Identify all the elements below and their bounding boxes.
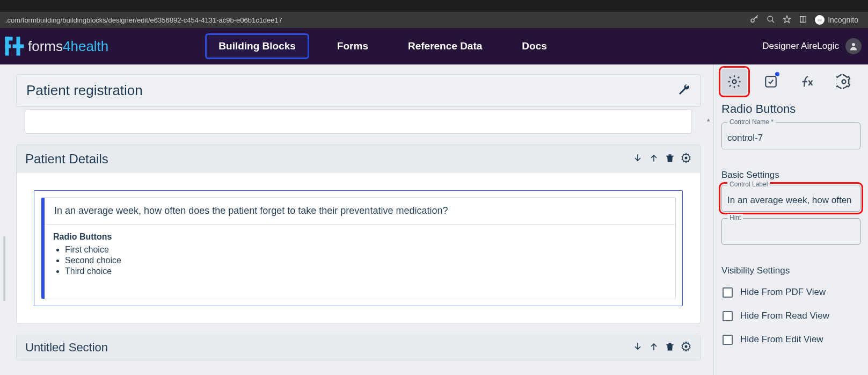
avatar[interactable] <box>845 38 862 54</box>
tab-settings[interactable] <box>721 69 747 95</box>
canvas-column: Patient registration ▴ Patient Details <box>0 64 713 375</box>
delete-icon[interactable] <box>665 341 675 354</box>
panel-heading: Radio Buttons <box>721 102 860 116</box>
logo-text: forms4health <box>28 38 108 55</box>
move-down-icon[interactable] <box>632 153 643 165</box>
browser-toolbar-icons: Incognito <box>749 15 863 26</box>
nav-reference-data[interactable]: Reference Data <box>396 35 494 57</box>
move-down-icon[interactable] <box>632 341 643 354</box>
svg-point-13 <box>685 157 688 160</box>
zoom-icon[interactable] <box>767 15 775 25</box>
section-card-patient-details: Patient Details In an average week, how … <box>16 145 701 324</box>
panel-control-name-section: Radio Buttons Control Name * <box>714 97 868 159</box>
svg-point-6 <box>820 19 822 21</box>
extensions-icon[interactable] <box>799 15 807 25</box>
browser-url: .com/formbuilding/buildingblocks/designe… <box>5 16 749 24</box>
hide-edit-label: Hide From Edit View <box>740 334 823 345</box>
tab-badge-dot <box>775 72 779 76</box>
next-section-header[interactable]: Untitled Section <box>17 335 700 360</box>
field-choice-item: First choice <box>65 245 667 255</box>
field-question-label: In an average week, how often does the p… <box>45 198 675 225</box>
hide-read-label: Hide From Read View <box>740 311 829 321</box>
svg-point-5 <box>818 19 820 21</box>
user-name: Designer AireLogic <box>762 41 839 52</box>
field-choice-item: Second choice <box>65 256 667 265</box>
panel-basic-settings: Basic Settings Control Label Hint <box>714 159 868 255</box>
next-section-title: Untitled Section <box>25 341 108 355</box>
hint-input[interactable] <box>727 228 855 239</box>
control-label-field-group: Control Label <box>721 185 860 212</box>
nav-forms[interactable]: Forms <box>325 35 380 57</box>
field-choice-item: Third choice <box>65 266 667 276</box>
svg-point-14 <box>685 345 688 348</box>
hide-pdf-label: Hide From PDF View <box>740 287 826 298</box>
app-logo[interactable]: forms4health <box>3 35 108 57</box>
checkbox[interactable] <box>723 287 733 298</box>
app-header: forms4health Building Blocks Forms Refer… <box>0 28 868 64</box>
svg-rect-16 <box>765 76 776 87</box>
control-name-input[interactable] <box>727 133 855 143</box>
user-area[interactable]: Designer AireLogic <box>762 38 862 54</box>
star-icon[interactable] <box>783 15 791 25</box>
svg-point-12 <box>852 43 855 46</box>
scroll-up-caret-icon[interactable]: ▴ <box>707 116 710 123</box>
wrench-icon[interactable] <box>677 83 690 98</box>
svg-point-17 <box>842 80 846 84</box>
field-choice-list: First choice Second choice Third choice <box>65 245 667 276</box>
basic-settings-heading: Basic Settings <box>721 170 860 181</box>
page-title: Patient registration <box>26 82 143 99</box>
selected-field-frame[interactable]: In an average week, how often does the p… <box>34 190 683 306</box>
svg-point-15 <box>733 80 736 84</box>
move-up-icon[interactable] <box>648 153 659 165</box>
control-label-input[interactable] <box>727 195 855 206</box>
settings-icon[interactable] <box>681 153 691 165</box>
incognito-label: Incognito <box>828 16 858 24</box>
browser-empty-bar <box>0 0 868 12</box>
svg-point-1 <box>768 16 772 21</box>
hide-read-row[interactable]: Hide From Read View <box>721 304 860 328</box>
control-name-field-group: Control Name * <box>721 122 860 149</box>
hint-label: Hint <box>727 214 743 221</box>
tab-fx[interactable] <box>794 69 820 95</box>
properties-tabs <box>714 64 868 97</box>
main-nav: Building Blocks Forms Reference Data Doc… <box>205 33 558 59</box>
incognito-icon <box>815 15 825 25</box>
settings-icon[interactable] <box>681 341 691 354</box>
hide-edit-row[interactable]: Hide From Edit View <box>721 328 860 351</box>
tab-validation[interactable] <box>758 69 784 95</box>
browser-address-bar: .com/formbuilding/buildingblocks/designe… <box>0 12 868 28</box>
field-preview-body: Radio Buttons First choice Second choice… <box>45 225 675 276</box>
move-up-icon[interactable] <box>648 341 659 354</box>
key-icon[interactable] <box>749 15 759 26</box>
svg-rect-9 <box>5 45 11 48</box>
left-scrollbar[interactable] <box>3 236 5 301</box>
tab-advanced-settings[interactable] <box>831 69 857 95</box>
previous-card-stub <box>25 109 692 134</box>
section-title: Patient Details <box>25 152 108 167</box>
nav-docs[interactable]: Docs <box>510 35 558 57</box>
section-header[interactable]: Patient Details <box>17 145 700 173</box>
logo-mark-icon <box>3 35 26 57</box>
visibility-settings-heading: Visibility Settings <box>721 265 860 276</box>
control-name-label: Control Name * <box>727 118 776 126</box>
field-type-label: Radio Buttons <box>53 232 667 242</box>
section-card-untitled: Untitled Section <box>16 335 701 360</box>
workspace: Patient registration ▴ Patient Details <box>0 64 868 375</box>
svg-rect-4 <box>800 16 803 22</box>
hide-pdf-row[interactable]: Hide From PDF View <box>721 280 860 304</box>
svg-rect-11 <box>13 45 24 48</box>
checkbox[interactable] <box>723 311 733 321</box>
section-actions <box>632 153 691 165</box>
incognito-badge: Incognito <box>815 15 858 25</box>
nav-building-blocks[interactable]: Building Blocks <box>205 33 309 59</box>
page-titlebar: Patient registration <box>16 74 701 107</box>
control-label-label: Control Label <box>727 181 770 188</box>
panel-visibility-settings: Visibility Settings Hide From PDF View H… <box>714 255 868 355</box>
properties-panel: Radio Buttons Control Name * Basic Setti… <box>713 64 868 375</box>
svg-marker-2 <box>784 16 791 23</box>
next-section-actions <box>632 341 691 354</box>
hint-field-group: Hint <box>721 218 860 245</box>
checkbox[interactable] <box>723 335 733 345</box>
section-body: In an average week, how often does the p… <box>17 173 700 323</box>
delete-icon[interactable] <box>665 153 675 165</box>
